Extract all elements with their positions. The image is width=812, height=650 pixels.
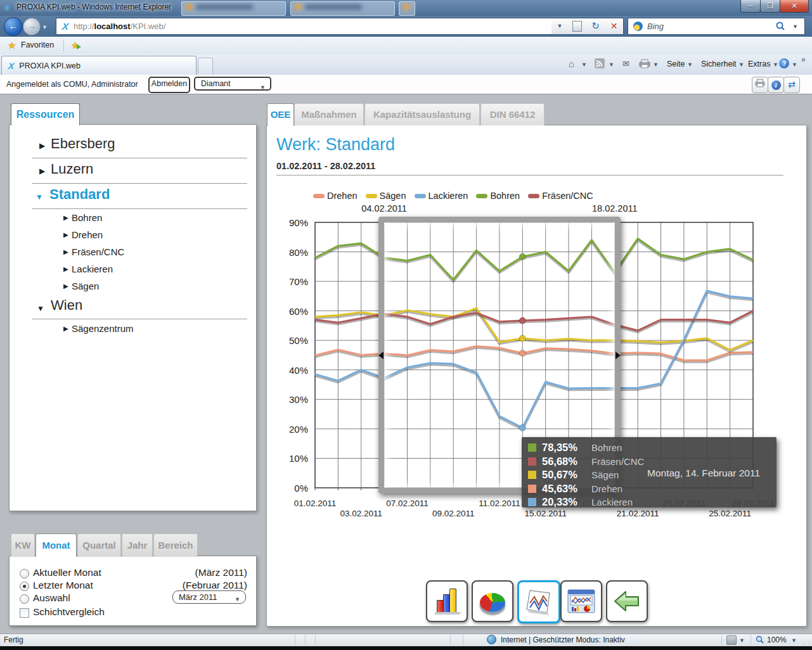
option-label: Aktueller Monat (33, 567, 101, 578)
tooltip-row: 78,35%Bohren (528, 441, 777, 455)
tab-kapazitaetsauslastung[interactable]: Kapazitätsauslastung (364, 103, 480, 125)
feeds-icon[interactable] (595, 58, 605, 68)
bar-chart-button[interactable] (426, 580, 468, 622)
overflow-chevron-icon[interactable]: » (801, 55, 806, 64)
print-icon[interactable] (639, 59, 650, 68)
back-button[interactable]: ← (4, 17, 23, 36)
print-dropdown-icon[interactable]: ▼ (653, 61, 659, 68)
home-icon[interactable]: ⌂ (569, 58, 574, 69)
logged-in-text: Angemeldet als COMU, Administrator (6, 80, 138, 89)
zoom-dropdown-icon[interactable]: ▼ (791, 637, 797, 644)
tools-menu[interactable]: Extras ▼ (748, 60, 778, 68)
protected-mode-dropdown-icon[interactable]: ▼ (739, 637, 745, 644)
resize-grip[interactable]: .﹕ (804, 639, 812, 647)
compatibility-view-icon[interactable] (568, 18, 587, 35)
tree-item-luzern[interactable]: Luzern (51, 161, 93, 177)
page-title: Werk: Standard (276, 135, 395, 155)
tree-item-ebersberg[interactable]: Ebersberg (51, 136, 115, 152)
tab-monat[interactable]: Monat (35, 533, 77, 557)
refresh-icon[interactable]: ↻ (586, 18, 605, 35)
feeds-dropdown-icon[interactable]: ▼ (609, 61, 614, 68)
browser-tab-active[interactable]: X PROXIA KPI.web (1, 56, 197, 75)
tree-item-saegen[interactable]: Sägen (72, 281, 99, 291)
close-button[interactable]: ✕ (780, 0, 809, 13)
page-menu[interactable]: Seite ▼ (667, 60, 693, 68)
reload-data-button[interactable]: ⇄ (783, 77, 800, 93)
checkbox-schichtvergleich[interactable] (20, 608, 29, 618)
tab-kw[interactable]: KW (11, 533, 35, 557)
series-swatch (528, 498, 536, 506)
info-button[interactable]: i (768, 77, 784, 93)
logout-button[interactable]: Abmelden (148, 77, 190, 93)
protected-mode-icon[interactable] (726, 635, 737, 645)
profile-select[interactable]: Diamant▼ (194, 77, 271, 91)
divider (32, 208, 247, 209)
chevron-down-icon[interactable]: ▼ (35, 193, 43, 201)
tab-ressourcen[interactable]: Ressourcen (11, 103, 80, 125)
help-icon[interactable]: ? (779, 58, 789, 68)
chevron-down-icon[interactable]: ▼ (37, 304, 44, 313)
chevron-right-icon[interactable]: ▶ (63, 214, 68, 221)
tab-quartal[interactable]: Quartal (77, 533, 121, 557)
selection-left-handle-icon[interactable] (378, 352, 383, 359)
chevron-right-icon[interactable]: ▶ (63, 283, 68, 290)
report-view-button[interactable] (560, 580, 602, 622)
chevron-right-icon[interactable]: ▶ (39, 167, 45, 175)
radio-auswahl[interactable] (20, 594, 29, 604)
new-tab-stub[interactable] (198, 58, 213, 75)
y-tick-label: 30% (289, 394, 308, 405)
address-dropdown-icon[interactable]: ▼ (551, 18, 569, 35)
maximize-button[interactable]: ❒ (760, 0, 780, 13)
forward-button[interactable]: → (23, 18, 41, 35)
legend-item: Sägen (366, 191, 406, 201)
tab-oee[interactable]: OEE (267, 103, 294, 126)
tab-bereich[interactable]: Bereich (153, 533, 198, 557)
search-dropdown-icon[interactable]: ▼ (792, 23, 798, 30)
chevron-right-icon[interactable]: ▶ (63, 325, 68, 332)
print-page-button[interactable] (752, 77, 768, 93)
stop-icon[interactable]: ✕ (605, 18, 624, 35)
tree-item-standard[interactable]: Standard (49, 186, 110, 203)
x-tick-label: 15.02.2011 (517, 509, 574, 518)
back-button-panel[interactable] (606, 580, 648, 622)
chevron-right-icon[interactable]: ▶ (39, 141, 45, 150)
blurred-window-tab[interactable] (399, 1, 415, 16)
tree-item-bohren[interactable]: Bohren (72, 212, 102, 223)
y-tick-label: 0% (294, 483, 308, 494)
history-dropdown-icon[interactable]: ▼ (42, 24, 48, 30)
divider (721, 635, 722, 645)
divider (276, 175, 783, 175)
tab-jahr[interactable]: Jahr (122, 533, 153, 557)
help-dropdown-icon[interactable]: ▼ (792, 61, 797, 68)
chevron-right-icon[interactable]: ▶ (63, 231, 68, 238)
add-favorite-icon[interactable]: ★ (71, 40, 79, 51)
blurred-window-tab[interactable] (290, 1, 395, 16)
pie-chart-button[interactable] (472, 580, 513, 622)
home-dropdown-icon[interactable]: ▼ (581, 61, 587, 68)
tab-din-66412[interactable]: DIN 66412 (480, 103, 545, 125)
tab-massnahmen[interactable]: Maßnahmen (294, 103, 364, 125)
tree-item-drehen[interactable]: Drehen (72, 229, 103, 240)
tree-item-saegenzentrum[interactable]: Sägenzentrum (72, 323, 134, 334)
option-label: Letzter Monat (33, 580, 93, 591)
chevron-right-icon[interactable]: ▶ (63, 248, 68, 255)
y-tick-label: 60% (289, 305, 308, 316)
chevron-right-icon[interactable]: ▶ (63, 265, 68, 272)
read-mail-icon[interactable]: ✉ (622, 59, 629, 68)
radio-aktueller-monat[interactable] (20, 569, 29, 578)
search-box[interactable]: Bing ▼ (628, 18, 805, 35)
favorites-button[interactable]: Favoriten (21, 41, 54, 49)
month-select[interactable]: März 2011▼ (172, 590, 246, 604)
minimize-button[interactable]: ─ (740, 0, 761, 13)
search-icon[interactable] (776, 22, 785, 31)
tree-item-wien[interactable]: Wien (51, 297, 82, 314)
tree-item-fraesen-cnc[interactable]: Fräsen/CNC (72, 246, 124, 257)
zoom-icon[interactable] (756, 635, 764, 644)
safety-menu[interactable]: Sicherheit ▼ (701, 60, 744, 68)
blurred-window-tab[interactable] (181, 1, 286, 16)
address-bar[interactable]: X http://localhost/KPI.web/ (56, 18, 553, 35)
tree-item-lackieren[interactable]: Lackieren (72, 264, 113, 274)
line-chart-button[interactable] (517, 580, 560, 623)
radio-letzter-monat[interactable] (20, 582, 29, 591)
selection-right-handle-icon[interactable] (615, 352, 621, 359)
